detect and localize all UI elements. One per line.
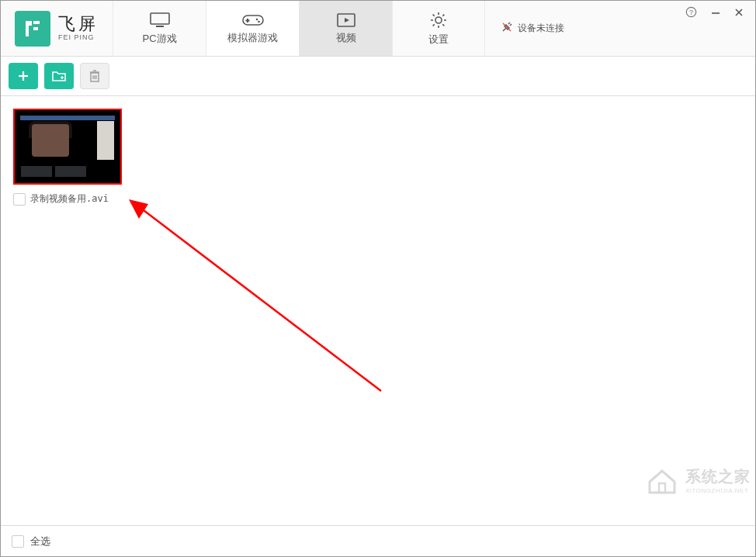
help-icon[interactable]: ?: [685, 6, 697, 20]
select-all-checkbox[interactable]: [12, 535, 24, 548]
add-folder-button[interactable]: [44, 63, 74, 89]
logo-mark-icon: [15, 11, 50, 47]
thumbnail-image: [18, 113, 117, 180]
gear-icon: [429, 11, 448, 29]
video-play-icon: [336, 12, 356, 28]
svg-line-24: [140, 208, 381, 391]
select-all-label: 全选: [30, 535, 50, 548]
main-tabs: PC游戏 模拟器游戏 视频 设置: [113, 1, 485, 56]
content-area: 录制视频备用.avi 系统之家 XITONGZHIJIA.NET: [1, 96, 755, 525]
plus-icon: [16, 69, 30, 83]
app-window: 飞屏 FEI PING PC游戏 模拟器游戏 视频: [0, 0, 756, 557]
folder-plus-icon: [51, 70, 67, 82]
video-thumbnail[interactable]: [13, 109, 122, 185]
svg-rect-3: [245, 19, 249, 21]
tab-label: PC游戏: [142, 32, 176, 46]
watermark-en: XITONGZHIJIA.NET: [685, 487, 751, 494]
annotation-arrow-icon: [125, 197, 389, 399]
svg-rect-1: [156, 26, 164, 27]
video-checkbox[interactable]: [13, 193, 26, 206]
svg-point-7: [435, 17, 442, 23]
svg-rect-26: [659, 483, 665, 493]
tab-video[interactable]: 视频: [299, 1, 392, 56]
gamepad-icon: [241, 12, 265, 28]
tab-emu-games[interactable]: 模拟器游戏: [206, 1, 299, 56]
toolbar: [1, 57, 755, 96]
trash-icon: [88, 69, 101, 83]
tab-label: 模拟器游戏: [227, 31, 278, 45]
app-logo: 飞屏 FEI PING: [1, 1, 113, 56]
logo-name-cn: 飞屏: [58, 15, 99, 33]
monitor-icon: [149, 12, 171, 29]
tab-label: 视频: [336, 31, 356, 45]
watermark: 系统之家 XITONGZHIJIA.NET: [645, 463, 751, 497]
video-item[interactable]: 录制视频备用.avi: [13, 109, 122, 206]
watermark-cn: 系统之家: [685, 466, 751, 487]
device-status-text: 设备未连接: [518, 22, 564, 35]
svg-marker-25: [129, 199, 148, 219]
close-button[interactable]: [734, 7, 744, 19]
svg-point-5: [258, 20, 260, 22]
logo-name-en: FEI PING: [58, 34, 99, 42]
window-controls: ?: [685, 6, 744, 20]
svg-rect-0: [151, 13, 169, 24]
add-button[interactable]: [9, 63, 38, 89]
tab-pc-games[interactable]: PC游戏: [113, 1, 206, 56]
plug-icon: [501, 21, 513, 36]
minimize-button[interactable]: [711, 7, 720, 19]
footer: 全选: [1, 525, 755, 556]
header: 飞屏 FEI PING PC游戏 模拟器游戏 视频: [1, 1, 755, 57]
tab-label: 设置: [428, 33, 449, 47]
video-filename: 录制视频备用.avi: [30, 192, 109, 206]
svg-point-4: [255, 18, 258, 20]
house-icon: [645, 463, 679, 497]
tab-settings[interactable]: 设置: [392, 1, 485, 56]
svg-text:?: ?: [689, 9, 693, 16]
logo-text: 飞屏 FEI PING: [58, 15, 99, 41]
delete-button[interactable]: [80, 63, 109, 89]
video-label-row: 录制视频备用.avi: [13, 192, 122, 206]
